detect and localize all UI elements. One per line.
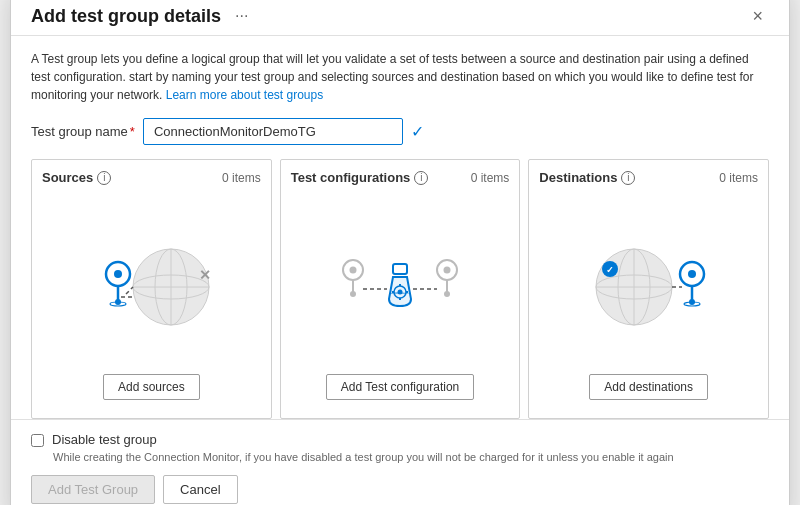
description-main: A Test group lets you define a logical g… [31,52,753,102]
destinations-info-icon[interactable]: i [621,171,635,185]
svg-point-8 [114,270,122,278]
sources-panel-header: Sources i 0 items [42,170,261,185]
add-destinations-button[interactable]: Add destinations [589,374,708,400]
dialog-title: Add test group details [31,6,221,27]
svg-text:✕: ✕ [199,267,211,283]
add-test-group-button[interactable]: Add Test Group [31,475,155,504]
sources-title: Sources [42,170,93,185]
svg-point-39 [688,270,696,278]
cancel-button[interactable]: Cancel [163,475,237,504]
add-test-configuration-button[interactable]: Add Test configuration [326,374,475,400]
test-config-title: Test configurations [291,170,411,185]
learn-more-link[interactable]: Learn more about test groups [166,88,323,102]
close-button[interactable]: × [746,5,769,27]
disable-test-group-label[interactable]: Disable test group [52,432,157,447]
destinations-title-group: Destinations i [539,170,635,185]
test-config-info-icon[interactable]: i [414,171,428,185]
destinations-title: Destinations [539,170,617,185]
sources-item-count: 0 items [222,171,261,185]
test-config-illustration [325,189,475,374]
sources-title-group: Sources i [42,170,111,185]
required-marker: * [130,124,135,139]
action-buttons: Add Test Group Cancel [31,475,769,504]
test-config-item-count: 0 items [471,171,510,185]
svg-line-5 [126,287,133,294]
description-text: A Test group lets you define a logical g… [31,50,769,104]
checkmark-icon: ✓ [411,122,424,141]
svg-point-14 [350,266,357,273]
sources-illustration: ✕ [76,189,226,374]
destinations-item-count: 0 items [719,171,758,185]
svg-point-18 [444,266,451,273]
sources-info-icon[interactable]: i [97,171,111,185]
disable-test-group-checkbox[interactable] [31,434,44,447]
svg-point-20 [444,291,450,297]
dialog-header: Add test group details ··· × [11,0,789,36]
add-test-group-dialog: Add test group details ··· × A Test grou… [10,0,790,505]
add-sources-button[interactable]: Add sources [103,374,200,400]
destinations-panel: Destinations i 0 items [528,159,769,419]
destinations-panel-header: Destinations i 0 items [539,170,758,185]
svg-rect-23 [393,264,407,274]
disable-test-group-row: Disable test group [31,432,769,447]
disable-test-group-description: While creating the Connection Monitor, i… [53,451,769,463]
footer-section: Disable test group While creating the Co… [11,419,789,505]
dialog-title-row: Add test group details ··· [31,5,254,27]
sources-panel: Sources i 0 items [31,159,272,419]
destinations-illustration: ✓ [574,189,724,374]
svg-point-16 [350,291,356,297]
test-group-name-input[interactable] [143,118,403,145]
test-group-name-label: Test group name* [31,124,135,139]
test-config-panel-header: Test configurations i 0 items [291,170,510,185]
svg-text:✓: ✓ [606,265,614,275]
more-options-button[interactable]: ··· [229,5,254,27]
panels-container: Sources i 0 items [31,159,769,419]
dialog-body: A Test group lets you define a logical g… [11,36,789,419]
svg-point-25 [398,289,403,294]
test-group-name-row: Test group name* ✓ [31,118,769,145]
test-config-title-group: Test configurations i [291,170,429,185]
test-configurations-panel: Test configurations i 0 items [280,159,521,419]
